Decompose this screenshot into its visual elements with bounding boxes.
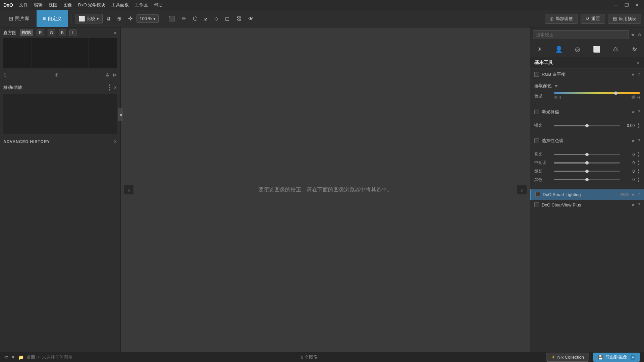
rotate-button[interactable]: ⊕ — [114, 14, 124, 23]
minimize-button[interactable]: ─ — [612, 2, 619, 8]
blacks-row: 黑色 0 ▲▼ — [534, 177, 640, 183]
dxo-smart-lighting-star-icon[interactable]: ★ — [631, 192, 635, 197]
local-adjust-label: 局部调整 — [555, 16, 573, 22]
export-dropdown-icon[interactable]: ▾ — [631, 355, 635, 360]
exposure-help-icon[interactable]: ? — [638, 110, 640, 114]
export-button[interactable]: 💾 导出到磁盘 ▾ — [593, 353, 640, 362]
exposure-header[interactable]: 曝光补偿 ★ ? — [530, 106, 644, 118]
shadows-thumb[interactable] — [585, 170, 589, 173]
preview-tool[interactable]: 👁 — [246, 14, 256, 23]
tab-effects[interactable]: fx — [628, 44, 641, 55]
menu-tools[interactable]: 工具面板 — [111, 2, 129, 8]
tab-geometry[interactable]: ⬜ — [590, 44, 603, 55]
zoom-display[interactable]: 100 % ▾ — [137, 14, 159, 23]
move-tool[interactable]: ✛ — [125, 14, 135, 23]
tab-tone[interactable]: ⚖ — [609, 44, 622, 55]
star-icon[interactable]: ★ — [631, 32, 635, 37]
highlights-stepper[interactable]: ▲▼ — [637, 151, 640, 158]
rgb-wb-help-icon[interactable]: ? — [638, 72, 640, 77]
left-panel-collapse-handle[interactable]: ◀ — [118, 108, 123, 121]
maximize-button[interactable]: ❐ — [623, 2, 630, 8]
blacks-track[interactable] — [554, 179, 620, 180]
basic-tools-close-button[interactable]: ✕ — [636, 60, 640, 65]
status-sort-icon[interactable]: ᵃz — [4, 355, 8, 360]
clone-tool[interactable]: ⌀ — [202, 14, 210, 23]
shadows-stepper[interactable]: ▲▼ — [637, 168, 640, 175]
retouch-tool[interactable]: ◇ — [212, 14, 221, 23]
eyedropper-icon[interactable]: ✒ — [554, 83, 558, 88]
midtones-track[interactable] — [554, 162, 620, 164]
menu-workspace[interactable]: 工作区 — [135, 2, 148, 8]
compare-button[interactable]: ⬜ 比较 ▾ — [75, 14, 103, 23]
prev-image-button[interactable]: ‹ — [124, 185, 133, 194]
blacks-stepper[interactable]: ▲▼ — [637, 177, 640, 183]
exposure-track[interactable] — [554, 125, 620, 126]
dxo-smart-lighting-item[interactable]: DxO Smart Lighting Auto ★ ? — [530, 189, 644, 200]
tab-customize[interactable]: ≡ 自定义 — [37, 10, 68, 27]
tab-photo-library[interactable]: ⊞ 照片库 — [3, 10, 35, 27]
menu-image[interactable]: 图像 — [63, 2, 72, 8]
next-image-button[interactable]: › — [517, 185, 527, 194]
repair-tool[interactable]: ⬡ — [190, 14, 200, 23]
menu-edit[interactable]: 编辑 — [34, 2, 43, 8]
shadows-track[interactable] — [554, 171, 620, 172]
menu-file[interactable]: 文件 — [19, 2, 28, 8]
dxo-smart-lighting-checkbox[interactable] — [535, 192, 540, 197]
vignette-tool[interactable]: ◻ — [222, 14, 232, 23]
rgb-wb-checkbox[interactable] — [534, 72, 539, 77]
link-tool[interactable]: ⛓ — [233, 14, 244, 23]
histogram-tab-g[interactable]: G — [48, 29, 55, 36]
highlights-track[interactable] — [554, 154, 620, 155]
eyedropper-tool[interactable]: ✏ — [179, 14, 189, 23]
selective-tone-checkbox[interactable] — [534, 138, 539, 143]
exposure-header-left: 曝光补偿 — [534, 109, 559, 115]
shadows-fill — [554, 171, 587, 172]
dxo-clearview-checkbox[interactable] — [534, 202, 539, 207]
toggle-icon[interactable]: ⊙ — [638, 32, 641, 37]
selective-tone-header[interactable]: 选择性色调 ★ ? — [530, 135, 644, 146]
menu-help[interactable]: 帮助 — [154, 2, 163, 8]
crop-tool[interactable]: ⬛ — [166, 14, 178, 23]
blacks-thumb[interactable] — [585, 178, 589, 181]
exposure-checkbox[interactable] — [534, 110, 539, 114]
tab-detail[interactable]: ◎ — [571, 44, 584, 55]
histogram-tab-rgb[interactable]: RGB — [20, 29, 33, 36]
dxo-clearview-item[interactable]: DxO ClearView Plus ★ ? — [530, 200, 644, 210]
dxo-smart-lighting-right: Auto ★ ? — [621, 192, 640, 197]
histogram-tab-r[interactable]: R — [37, 29, 44, 36]
reset-button[interactable]: ↺ 重置 — [581, 14, 605, 24]
histogram-tab-l[interactable]: L — [69, 29, 76, 36]
apply-preset-button[interactable]: ▤ 应用预设 — [608, 14, 641, 24]
blacks-value: 0 — [623, 177, 635, 182]
search-input[interactable] — [533, 30, 629, 39]
exposure-thumb[interactable] — [585, 124, 589, 127]
tab-light[interactable]: ☀ — [533, 44, 546, 55]
histogram-tab-b[interactable]: B — [59, 29, 66, 36]
dxo-clearview-help-icon[interactable]: ? — [638, 202, 640, 207]
highlights-thumb[interactable] — [585, 153, 589, 156]
midtones-stepper[interactable]: ▲▼ — [637, 160, 640, 166]
selective-tone-help-icon[interactable]: ? — [638, 138, 640, 143]
selective-tone-star-icon[interactable]: ★ — [631, 138, 635, 143]
status-filter-icon[interactable]: ▼ — [11, 355, 15, 360]
menu-view[interactable]: 视图 — [49, 2, 57, 8]
nav-options-button[interactable] — [107, 83, 111, 92]
close-button[interactable]: ✕ — [634, 2, 641, 8]
exposure-star-icon[interactable]: ★ — [631, 110, 635, 114]
rgb-wb-star-icon[interactable]: ★ — [631, 72, 635, 77]
nik-collection-button[interactable]: ✦ Nik Collection — [546, 353, 589, 362]
exposure-stepper[interactable]: ▲▼ — [637, 122, 640, 129]
tab-color[interactable]: 👤 — [552, 44, 566, 55]
local-adjust-button[interactable]: ◎ 局部调整 — [545, 14, 578, 24]
histogram-close-button[interactable]: ✕ — [113, 31, 117, 36]
dxo-smart-lighting-help-icon[interactable]: ? — [638, 192, 640, 197]
rgb-wb-header[interactable]: RGB 白平衡 ★ ? — [530, 69, 644, 80]
menu-dxo-optics[interactable]: DxO 光学模块 — [78, 2, 106, 8]
color-temp-track[interactable] — [554, 92, 640, 94]
midtones-thumb[interactable] — [585, 161, 589, 165]
history-close-button[interactable]: ✕ — [113, 139, 117, 144]
color-temp-thumb[interactable] — [614, 92, 618, 95]
split-view-button[interactable]: ⧉ — [104, 14, 113, 23]
nav-close-button[interactable]: ✕ — [113, 85, 117, 90]
dxo-clearview-star-icon[interactable]: ★ — [631, 202, 635, 207]
